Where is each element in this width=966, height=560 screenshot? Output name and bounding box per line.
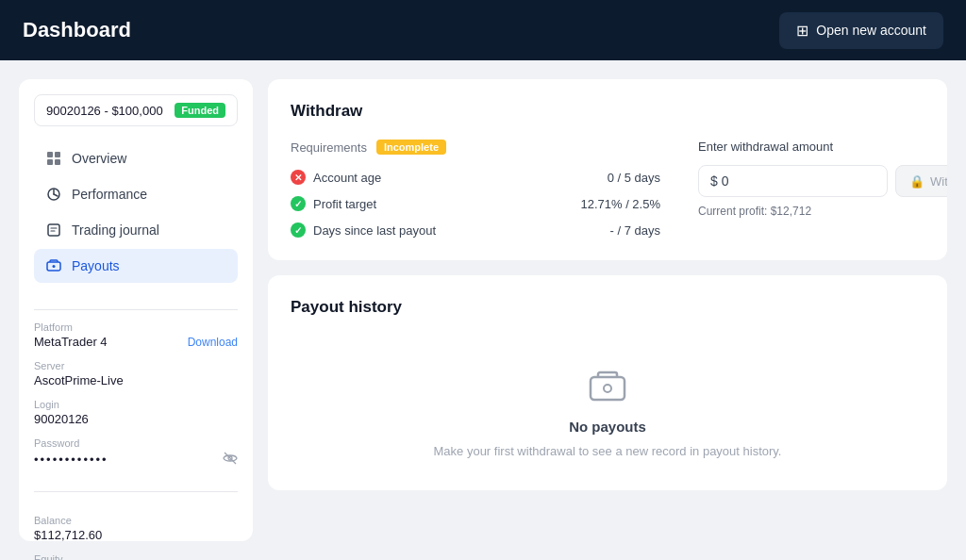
req-pass-icon-1: ✓ [291, 196, 306, 211]
funded-badge: Funded [175, 103, 225, 118]
performance-icon [45, 186, 62, 203]
balance-value: $112,712.60 [34, 528, 238, 542]
withdraw-button[interactable]: 🔒 Withdraw [895, 165, 947, 197]
svg-rect-10 [591, 377, 625, 400]
sidebar-item-payouts[interactable]: Payouts [34, 249, 238, 283]
sidebar-item-trading-journal-label: Trading journal [72, 222, 159, 238]
password-info: Password •••••••••••• [34, 437, 238, 469]
withdrawal-section: Enter withdrawal amount 🔒 Withdraw Curre… [698, 140, 924, 218]
nav-menu: Overview Performance [34, 141, 238, 283]
sidebar-item-overview[interactable]: Overview [34, 141, 238, 175]
journal-icon [45, 222, 62, 239]
sidebar-item-overview-label: Overview [72, 151, 126, 166]
req-row-account-age: ✕ Account age 0 / 5 days [291, 170, 660, 185]
requirements-label: Requirements [291, 140, 367, 155]
svg-rect-5 [48, 224, 59, 236]
sidebar-item-trading-journal[interactable]: Trading journal [34, 213, 238, 247]
login-info: Login 90020126 [34, 399, 238, 426]
main-layout: 90020126 - $100,000 Funded Overview [0, 60, 966, 560]
account-name: 90020126 - $100,000 [46, 104, 163, 118]
payout-history-card: Payout history No payouts Make your firs… [268, 275, 947, 490]
payout-history-title: Payout history [291, 298, 924, 317]
withdraw-card: Withdraw Requirements Incomplete ✕ Accou… [268, 79, 947, 260]
eye-icon[interactable] [223, 451, 238, 469]
payouts-icon [45, 257, 62, 274]
header: Dashboard ⊞ Open new account [0, 0, 966, 60]
platform-info: Platform MetaTrader 4 Download [34, 321, 238, 349]
download-link[interactable]: Download [188, 336, 238, 349]
sidebar-info: Platform MetaTrader 4 Download Server As… [34, 321, 238, 560]
payout-empty-title: No payouts [569, 419, 646, 435]
sidebar-item-performance[interactable]: Performance [34, 177, 238, 211]
req-value-account-age: 0 / 5 days [608, 171, 660, 185]
payout-empty-desc: Make your first withdrawal to see a new … [434, 444, 782, 458]
balance-info: Balance $112,712.60 [34, 515, 238, 542]
req-row-days-since-payout: ✓ Days since last payout - / 7 days [291, 222, 660, 238]
withdrawal-amount-label: Enter withdrawal amount [698, 140, 924, 154]
main-content: Withdraw Requirements Incomplete ✕ Accou… [268, 79, 947, 541]
req-value-profit-target: 12.71% / 2.5% [580, 197, 660, 211]
req-row-profit-target: ✓ Profit target 12.71% / 2.5% [291, 196, 660, 211]
server-value: AscotPrime-Live [34, 373, 238, 387]
withdraw-title: Withdraw [291, 102, 924, 121]
requirements-rows: ✕ Account age 0 / 5 days ✓ Profit target [291, 170, 660, 238]
svg-line-9 [225, 453, 236, 464]
sidebar-divider [34, 309, 238, 310]
req-fail-icon: ✕ [291, 170, 306, 185]
req-label-profit-target: Profit target [313, 197, 376, 211]
page-title: Dashboard [23, 18, 131, 42]
requirements-header: Requirements Incomplete [291, 140, 660, 155]
requirements-section: Requirements Incomplete ✕ Account age 0 … [291, 140, 660, 238]
req-pass-icon-2: ✓ [291, 222, 306, 238]
req-label-days-since-payout: Days since last payout [313, 223, 436, 238]
svg-rect-3 [55, 159, 60, 165]
svg-rect-1 [55, 152, 60, 157]
overview-icon [45, 150, 62, 167]
withdrawal-input-row: 🔒 Withdraw [698, 165, 924, 197]
grid-icon: ⊞ [796, 22, 808, 40]
req-value-days-since-payout: - / 7 days [610, 223, 660, 238]
sidebar-item-payouts-label: Payouts [72, 258, 120, 273]
lock-icon: 🔒 [909, 174, 924, 189]
password-value: •••••••••••• [34, 453, 108, 467]
sidebar-divider2 [34, 491, 238, 492]
open-account-button[interactable]: ⊞ Open new account [779, 12, 943, 49]
login-value: 90020126 [34, 412, 238, 426]
sidebar-item-performance-label: Performance [72, 187, 147, 202]
server-info: Server AscotPrime-Live [34, 360, 238, 387]
payout-empty-icon [585, 364, 630, 409]
current-profit: Current profit: $12,712 [698, 205, 924, 218]
equity-info: Equity $112,712.60 [34, 553, 238, 560]
svg-rect-0 [47, 152, 53, 157]
incomplete-badge: Incomplete [376, 140, 446, 155]
req-label-account-age: Account age [313, 171, 381, 185]
account-selector[interactable]: 90020126 - $100,000 Funded [34, 94, 238, 126]
withdrawal-input[interactable] [698, 165, 888, 197]
svg-rect-2 [47, 159, 53, 165]
svg-point-7 [53, 265, 56, 268]
svg-point-11 [604, 385, 611, 392]
withdraw-layout: Requirements Incomplete ✕ Account age 0 … [291, 140, 924, 238]
sidebar: 90020126 - $100,000 Funded Overview [19, 79, 253, 541]
platform-value: MetaTrader 4 [34, 335, 108, 349]
payout-empty-state: No payouts Make your first withdrawal to… [291, 336, 924, 468]
